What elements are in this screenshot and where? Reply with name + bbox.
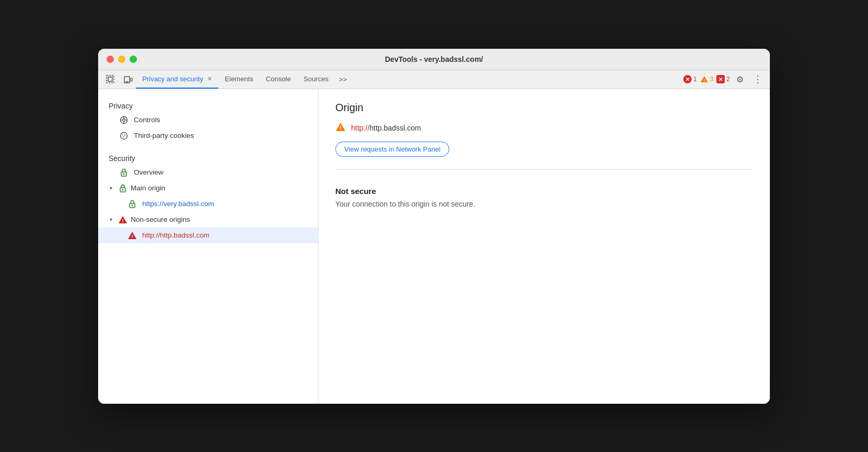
http-warning-icon: !	[128, 231, 137, 240]
error-icon: ✕	[683, 75, 692, 83]
titlebar: DevTools - very.badssl.com/	[98, 49, 770, 70]
sidebar-item-http-badssl[interactable]: ! http://http.badssl.com	[98, 228, 318, 243]
more-menu-button[interactable]: ⋮	[750, 71, 766, 87]
sidebar-item-https-badssl[interactable]: https://very.badssl.com	[98, 196, 318, 212]
device-toolbar-button[interactable]	[120, 72, 136, 86]
tab-console[interactable]: Console	[260, 70, 298, 89]
svg-rect-0	[107, 76, 114, 83]
svg-point-16	[123, 136, 124, 137]
warning-icon: !	[700, 76, 708, 83]
controls-icon	[119, 115, 129, 125]
sidebar-item-overview[interactable]: Overview	[98, 165, 318, 180]
svg-point-18	[123, 173, 125, 175]
tab-elements[interactable]: Elements	[218, 70, 259, 89]
more-tabs-button[interactable]: >>	[335, 70, 351, 89]
toolbar-right: ✕ 1 ! 3 ✕ 2 ⚙ ⋮	[683, 70, 766, 89]
toolbar: Privacy and security ✕ Elements Console …	[98, 70, 770, 89]
privacy-section-title: Privacy	[98, 98, 318, 112]
view-network-requests-button[interactable]: View requests in Network Panel	[335, 142, 449, 157]
svg-text:!: !	[122, 218, 124, 223]
info-icon: ✕	[716, 75, 725, 83]
svg-text:!: !	[703, 78, 705, 83]
tab-close-privacy-security[interactable]: ✕	[207, 76, 212, 82]
expand-arrow-icon: ▼	[109, 186, 115, 191]
svg-point-13	[121, 132, 128, 139]
sidebar: Privacy Controls	[98, 89, 319, 404]
svg-text:!: !	[340, 125, 341, 131]
https-lock-icon	[128, 199, 137, 209]
not-secure-description: Your connection to this origin is not se…	[335, 200, 753, 208]
minimize-button[interactable]	[118, 56, 125, 63]
warning-badge: ! 3	[700, 76, 714, 83]
tabs-bar: Privacy and security ✕ Elements Console …	[136, 70, 683, 89]
origin-title: Origin	[335, 102, 753, 114]
sidebar-item-main-origin[interactable]: ▼ Main origin	[98, 180, 318, 196]
sidebar-item-controls[interactable]: Controls	[98, 112, 318, 128]
security-section: Not secure Your connection to this origi…	[335, 187, 753, 208]
not-secure-title: Not secure	[335, 187, 753, 196]
inspect-element-button[interactable]	[102, 72, 118, 86]
overview-lock-icon	[119, 168, 129, 177]
origin-scheme: http://	[351, 124, 369, 132]
close-button[interactable]	[107, 56, 114, 63]
svg-point-20	[122, 189, 124, 190]
main-content-area: Privacy Controls	[98, 89, 770, 404]
inspect-icon	[105, 74, 115, 84]
origin-section: Origin ! http://http.badssl.com View req…	[335, 102, 753, 170]
settings-button[interactable]: ⚙	[733, 72, 747, 87]
security-section-title: Security	[98, 150, 318, 165]
expand-non-secure-arrow-icon: ▼	[109, 217, 115, 222]
origin-url-display: http://http.badssl.com	[351, 124, 421, 132]
sidebar-item-non-secure[interactable]: ▼ ! Non-secure origins	[98, 212, 318, 228]
error-badge: ✕ 1	[683, 75, 697, 83]
https-badssl-link[interactable]: https://very.badssl.com	[142, 200, 214, 208]
http-badssl-label: http://http.badssl.com	[142, 231, 209, 239]
maximize-button[interactable]	[130, 56, 137, 63]
sidebar-item-third-party-cookies[interactable]: Third-party cookies	[98, 128, 318, 144]
origin-warning-icon: !	[335, 122, 346, 134]
svg-rect-1	[108, 77, 112, 81]
svg-rect-3	[131, 78, 132, 81]
svg-point-8	[123, 119, 125, 121]
window-title: DevTools - very.badssl.com/	[385, 55, 483, 63]
origin-host: http.badssl.com	[369, 124, 421, 132]
main-panel: Origin ! http://http.badssl.com View req…	[319, 89, 770, 404]
device-icon	[123, 74, 133, 84]
info-badge: ✕ 2	[716, 75, 730, 83]
traffic-lights	[107, 56, 137, 63]
non-secure-warning-icon: !	[118, 215, 128, 224]
cookie-icon	[119, 131, 129, 141]
devtools-window: DevTools - very.badssl.com/ Privacy and …	[98, 49, 770, 404]
tab-privacy-security[interactable]: Privacy and security ✕	[136, 70, 218, 89]
origin-url-row: ! http://http.badssl.com	[335, 122, 753, 134]
toolbar-left	[102, 70, 136, 89]
svg-point-14	[122, 134, 123, 135]
svg-point-22	[132, 205, 133, 206]
tab-sources[interactable]: Sources	[297, 70, 335, 89]
main-origin-lock-icon	[118, 184, 128, 193]
svg-point-15	[124, 135, 125, 136]
warning-triangle-icon: !	[700, 76, 708, 83]
svg-text:!: !	[132, 234, 133, 239]
